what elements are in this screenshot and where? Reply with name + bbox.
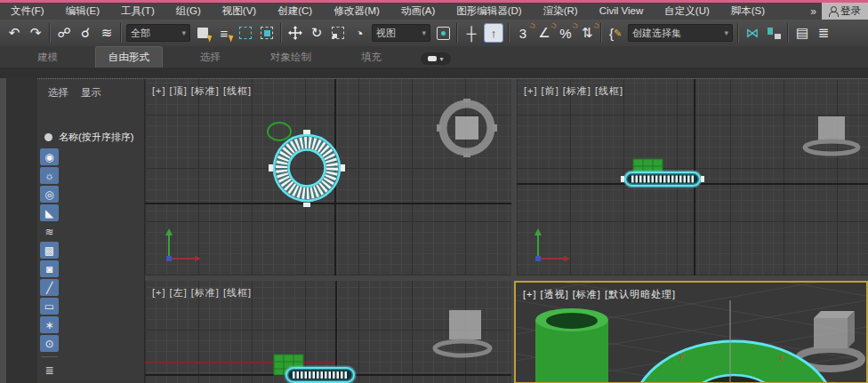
- user-icon: [829, 6, 837, 17]
- ghost-torus-cube-object[interactable]: [435, 310, 490, 355]
- menu-overflow-chevron[interactable]: »: [805, 5, 822, 18]
- bind-to-spacewarp-icon[interactable]: ≋: [96, 22, 117, 44]
- explorer-tab-select[interactable]: 选择: [48, 86, 68, 100]
- viewport-front-label[interactable]: [+] [前] [标准] [线框]: [524, 84, 623, 98]
- viewport-front[interactable]: [+] [前] [标准] [线框]: [517, 79, 868, 275]
- circle-shape-object[interactable]: [268, 123, 291, 140]
- menu-rendering[interactable]: 渲染(R): [533, 3, 589, 20]
- display-cameras-icon[interactable]: ◎: [40, 186, 59, 203]
- menu-edit[interactable]: 编辑(E): [55, 3, 110, 20]
- viewport-top[interactable]: [+] [顶] [标准] [线框]: [145, 79, 511, 275]
- display-bones-icon[interactable]: ╱: [40, 279, 59, 296]
- ribbon-thumb-icon: [428, 56, 437, 61]
- menu-bar: 文件(F) 编辑(E) 工具(T) 组(G) 视图(V) 创建(C) 修改器(M…: [0, 3, 868, 20]
- selection-filter-dropdown[interactable]: 全部 ▾: [126, 24, 190, 42]
- menu-tools[interactable]: 工具(T): [110, 3, 165, 20]
- explorer-tab-display[interactable]: 显示: [81, 86, 101, 100]
- reference-coordinate-dropdown[interactable]: 视图 ▾: [372, 24, 430, 42]
- login-label: 登录: [840, 4, 861, 18]
- viewport-perspective-label[interactable]: [+] [透视] [标准] [默认明暗处理]: [523, 288, 676, 301]
- select-and-place-icon[interactable]: ◔: [349, 22, 370, 44]
- select-and-link-icon[interactable]: ☍: [53, 22, 75, 44]
- menu-file[interactable]: 文件(F): [0, 3, 55, 20]
- menu-civil-view[interactable]: Civil View: [589, 3, 655, 20]
- selected-torus-object[interactable]: [621, 172, 704, 186]
- redo-icon[interactable]: ↷: [25, 22, 46, 44]
- display-lights-icon[interactable]: ☼: [40, 167, 59, 184]
- ribbon-tab-object-paint[interactable]: 对象绘制: [258, 47, 324, 68]
- viewport-left-label[interactable]: [+] [左] [标准] [线框]: [152, 286, 252, 299]
- ghost-torus-cube-object[interactable]: [805, 116, 858, 154]
- toolbar-separator: [49, 23, 51, 43]
- ribbon-tab-freeform[interactable]: 自由形式: [95, 46, 163, 68]
- display-frozen-icon[interactable]: ∗: [40, 316, 59, 333]
- menu-graph-editors[interactable]: 图形编辑器(D): [446, 3, 532, 20]
- viewport-left[interactable]: [+] [左] [标准] [线框]: [145, 281, 511, 383]
- gizmo-x-label: x: [778, 353, 784, 363]
- select-and-manipulate-icon[interactable]: ┼: [461, 22, 482, 44]
- selected-torus-object[interactable]: [632, 341, 835, 382]
- menu-group[interactable]: 组(G): [165, 3, 212, 20]
- toggle-separator: [41, 356, 58, 357]
- align-icon[interactable]: [763, 22, 784, 44]
- select-and-scale-icon[interactable]: [327, 22, 349, 44]
- menu-modifiers[interactable]: 修改器(M): [323, 3, 390, 20]
- chevron-down-icon: ▾: [439, 55, 443, 63]
- ribbon-config-button[interactable]: ▾: [421, 52, 451, 65]
- ribbon-tab-bar: 建模 自由形式 选择 对象绘制 填充 ▾: [0, 46, 868, 68]
- chevron-down-icon: ▾: [724, 28, 728, 37]
- ribbon-tab-populate[interactable]: 填充: [349, 47, 394, 68]
- use-pivot-point-center-icon[interactable]: [432, 22, 454, 44]
- display-helpers-icon[interactable]: ◣: [40, 204, 59, 221]
- undo-icon[interactable]: ↶: [4, 22, 25, 44]
- menu-create[interactable]: 创建(C): [267, 3, 323, 20]
- display-containers-icon[interactable]: ▭: [40, 298, 59, 315]
- display-hidden-icon[interactable]: ⊙: [40, 335, 59, 352]
- selected-torus-object[interactable]: [269, 130, 345, 207]
- explorer-display-toggles: ◉ ☼ ◎ ◣ ≋ ▩ ◙ ╱ ▭ ∗ ⊙ ≣ ■: [40, 148, 59, 383]
- viewport-top-label[interactable]: [+] [顶] [标准] [线框]: [152, 84, 252, 98]
- login-button[interactable]: 登录: [822, 3, 868, 20]
- ghost-torus-cube-object[interactable]: [437, 99, 497, 157]
- toolbar-separator: [120, 23, 122, 43]
- rectangular-selection-region-icon[interactable]: [235, 22, 256, 44]
- named-selection-set-dropdown[interactable]: 创建选择集 ▾: [628, 24, 733, 42]
- sort-bullet-icon: [44, 133, 52, 141]
- explorer-sort-header[interactable]: 名称(按升序排序): [44, 131, 133, 144]
- green-cylinder-object[interactable]: [535, 308, 608, 382]
- menu-animation[interactable]: 动画(A): [390, 3, 446, 20]
- display-geometry-icon[interactable]: ◉: [40, 148, 59, 165]
- window-crossing-toggle-icon[interactable]: [256, 22, 277, 44]
- reference-coordinate-value: 视图: [376, 27, 396, 40]
- toggle-ribbon-icon[interactable]: ≣: [813, 22, 834, 44]
- display-groups-icon[interactable]: ▩: [40, 242, 59, 259]
- select-and-move-icon[interactable]: [285, 22, 306, 44]
- select-object-icon[interactable]: [192, 22, 213, 44]
- angle-snap-toggle-icon[interactable]: ∠ ∩: [534, 22, 555, 44]
- ribbon-tab-modeling[interactable]: 建模: [25, 47, 70, 68]
- keyboard-shortcut-override-button[interactable]: ↑: [484, 23, 503, 43]
- display-xrefs-icon[interactable]: ◙: [40, 260, 59, 277]
- select-by-name-icon[interactable]: ≡: [213, 22, 235, 44]
- percent-snap-toggle-icon[interactable]: % ∩: [555, 22, 576, 44]
- sort-label: 名称(按升序排序): [59, 131, 133, 144]
- 3dsmax-window: 文件(F) 编辑(E) 工具(T) 组(G) 视图(V) 创建(C) 修改器(M…: [0, 0, 868, 383]
- snap-toggle-3d-icon[interactable]: 3 ∩: [512, 22, 534, 44]
- menu-views[interactable]: 视图(V): [212, 3, 267, 20]
- menu-customize[interactable]: 自定义(U): [654, 3, 719, 20]
- mirror-icon[interactable]: ⋈: [742, 22, 763, 44]
- list-view-icon[interactable]: ≣: [40, 362, 59, 379]
- selected-torus-object[interactable]: [286, 368, 354, 382]
- viewport-perspective[interactable]: [+] [透视] [标准] [默认明暗处理]: [514, 281, 868, 383]
- select-and-rotate-icon[interactable]: ↻: [306, 22, 327, 44]
- spinner-snap-toggle-icon[interactable]: ⇅ ∩: [576, 22, 598, 44]
- menu-scripting[interactable]: 脚本(S): [720, 3, 776, 20]
- edit-named-selection-sets-icon[interactable]: { ✎: [605, 22, 626, 44]
- display-spacewarps-icon[interactable]: ≋: [40, 223, 59, 240]
- explorer-tabs: 选择 显示: [37, 79, 144, 100]
- layer-explorer-icon[interactable]: ▤: [792, 22, 813, 44]
- chevron-down-icon: ▾: [181, 28, 186, 37]
- selection-filter-value: 全部: [131, 27, 150, 40]
- unlink-selection-icon[interactable]: ☌: [75, 22, 96, 44]
- ribbon-tab-selection[interactable]: 选择: [188, 47, 233, 68]
